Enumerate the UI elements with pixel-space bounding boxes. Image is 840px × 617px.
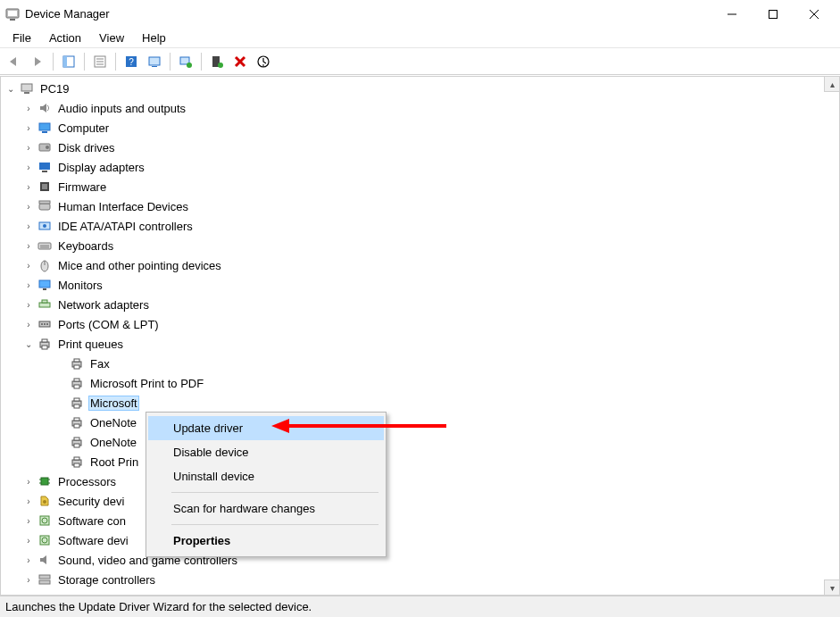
tree-node[interactable]: OneNote <box>4 413 836 432</box>
context-menu-item[interactable]: Update driver <box>148 416 384 440</box>
scan-hardware-button[interactable] <box>144 51 165 72</box>
context-menu-item[interactable]: Properties <box>148 529 384 553</box>
tree-node[interactable]: › Monitors <box>4 275 836 295</box>
expand-icon[interactable]: › <box>22 318 35 330</box>
svg-rect-33 <box>42 184 47 189</box>
svg-rect-83 <box>39 580 50 584</box>
tree-node[interactable]: › Software devi <box>4 530 836 550</box>
tree-node-label: Processors <box>56 474 118 489</box>
tree-node-label: Monitors <box>56 278 104 293</box>
tree-node[interactable]: › Security devi <box>4 491 836 511</box>
scroll-up-button[interactable]: ▴ <box>824 77 839 92</box>
expand-icon[interactable]: › <box>22 259 35 271</box>
enable-device-button[interactable] <box>206 51 228 72</box>
forward-button[interactable] <box>27 51 48 72</box>
collapse-icon[interactable]: ⌄ <box>22 338 35 350</box>
software-icon <box>37 513 53 529</box>
menu-file[interactable]: File <box>4 29 40 46</box>
tree-node[interactable]: › Human Interface Devices <box>4 196 836 216</box>
context-menu-item[interactable]: Scan for hardware changes <box>148 496 384 521</box>
properties-button[interactable] <box>89 51 111 72</box>
expand-icon[interactable]: › <box>22 180 35 193</box>
svg-rect-82 <box>39 575 50 579</box>
expand-icon[interactable]: › <box>22 239 35 252</box>
context-menu-item[interactable]: Disable device <box>148 440 384 464</box>
expand-icon[interactable]: › <box>22 141 35 154</box>
ide-icon <box>37 218 53 234</box>
expand-icon[interactable]: › <box>22 573 35 586</box>
expand-icon[interactable]: › <box>22 121 35 134</box>
computer-icon <box>37 120 53 136</box>
disable-device-button[interactable] <box>253 51 274 72</box>
expand-icon[interactable]: › <box>22 220 35 232</box>
audio-icon <box>37 100 53 116</box>
tree-node[interactable]: › Storage controllers <box>4 570 836 589</box>
expand-icon[interactable]: › <box>22 279 35 291</box>
tree-node-label: Network adapters <box>56 297 151 313</box>
expand-icon[interactable]: › <box>22 161 35 173</box>
expand-icon[interactable]: › <box>22 475 35 488</box>
tree-node[interactable]: Microsoft <box>4 393 836 413</box>
tree-node[interactable]: Microsoft Print to PDF <box>4 373 836 393</box>
expand-icon[interactable]: › <box>22 534 35 546</box>
printer-icon <box>69 454 85 470</box>
statusbar: Launches the Update Driver Wizard for th… <box>0 596 840 617</box>
tree-node[interactable]: › Sound, video and game controllers <box>4 550 836 570</box>
tree-node[interactable]: OneNote <box>4 432 836 452</box>
tree-node[interactable]: › Processors <box>4 471 836 491</box>
svg-rect-52 <box>42 339 47 342</box>
tree-node[interactable]: › Firmware <box>4 177 836 196</box>
tree-node[interactable]: › Software con <box>4 511 836 530</box>
scroll-down-button[interactable]: ▾ <box>824 579 839 595</box>
menu-help[interactable]: Help <box>133 29 175 46</box>
statusbar-text: Launches the Update Driver Wizard for th… <box>5 600 312 613</box>
svg-rect-15 <box>149 57 160 65</box>
expand-icon[interactable]: › <box>22 200 35 213</box>
context-menu-item[interactable]: Uninstall device <box>148 464 384 488</box>
update-driver-button[interactable] <box>175 51 196 72</box>
svg-rect-59 <box>74 385 79 388</box>
menu-action[interactable]: Action <box>40 29 90 46</box>
menu-view[interactable]: View <box>90 29 133 46</box>
tree-node[interactable]: › Display adapters <box>4 157 836 177</box>
tree-node[interactable]: › Mice and other pointing devices <box>4 255 836 275</box>
help-button[interactable]: ? <box>121 51 142 72</box>
show-hide-tree-button[interactable] <box>58 51 79 72</box>
minimize-button[interactable] <box>711 0 753 29</box>
tree-node[interactable]: › Ports (COM & LPT) <box>4 314 836 334</box>
tree-node-label: Keyboards <box>56 238 115 254</box>
maximize-button[interactable] <box>753 0 794 29</box>
tree-node[interactable]: ⌄ PC19 <box>4 79 836 98</box>
svg-rect-56 <box>74 365 79 369</box>
svg-rect-35 <box>39 201 50 204</box>
svg-rect-45 <box>39 303 50 307</box>
tree-node-label: Fax <box>88 356 112 371</box>
tree-node[interactable]: › Audio inputs and outputs <box>4 98 836 118</box>
expand-icon[interactable]: › <box>22 495 35 507</box>
back-button[interactable] <box>4 51 25 72</box>
tree-node[interactable]: › Disk drives <box>4 138 836 157</box>
svg-rect-44 <box>43 288 46 290</box>
tree-node-label: Root Prin <box>88 454 140 470</box>
expand-icon[interactable]: › <box>22 554 35 566</box>
tree-node[interactable]: ⌄ Print queues <box>4 334 836 354</box>
collapse-icon[interactable]: ⌄ <box>4 82 17 95</box>
svg-rect-70 <box>74 457 79 460</box>
tree-node[interactable]: › IDE ATA/ATAPI controllers <box>4 216 836 236</box>
tree-node-label: Software con <box>56 513 128 529</box>
device-tree[interactable]: ⌄ PC19 › Audio inputs and outputs › Comp… <box>1 77 839 591</box>
tree-node[interactable]: › Network adapters <box>4 295 836 314</box>
svg-point-18 <box>187 63 192 68</box>
tree-node[interactable]: Root Prin <box>4 452 836 471</box>
tree-node[interactable]: › Keyboards <box>4 236 836 255</box>
context-menu[interactable]: Update driverDisable deviceUninstall dev… <box>146 412 387 557</box>
tree-node[interactable]: › Computer <box>4 118 836 138</box>
tree-node[interactable]: Fax <box>4 354 836 373</box>
close-button[interactable] <box>794 0 835 29</box>
svg-rect-43 <box>39 280 50 288</box>
expand-icon[interactable]: › <box>22 514 35 527</box>
expand-icon[interactable]: › <box>22 298 35 311</box>
svg-point-37 <box>43 224 46 228</box>
expand-icon[interactable]: › <box>22 102 35 114</box>
uninstall-device-button[interactable] <box>229 51 251 72</box>
